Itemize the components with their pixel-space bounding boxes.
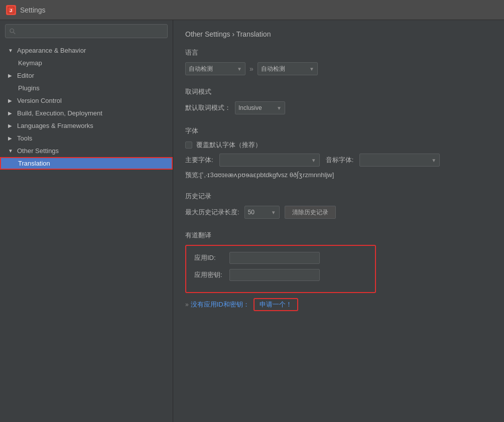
language-from-value: 自动检测 [189, 65, 235, 73]
youdao-label: 有道翻译 [185, 231, 492, 240]
arrow-build [8, 110, 14, 116]
content-area: Other Settings › Translation 语言 自动检测 ▼ »… [173, 20, 504, 422]
main-layout: Appearance & Behavior Keymap Editor Plug… [0, 20, 504, 422]
nav-tree: Appearance & Behavior Keymap Editor Plug… [0, 42, 173, 422]
apply-row: » 没有应用ID和密钥： 申请一个！ [185, 298, 492, 311]
word-mode-row: 默认取词模式： Inclusive ▼ [185, 101, 492, 114]
app-key-row: 应用密钥: [194, 269, 367, 281]
word-mode-value: Inclusive [238, 104, 275, 111]
history-section: 历史记录 最大历史记录长度: 50 ▼ 清除历史记录 [185, 192, 492, 219]
svg-line-4 [14, 32, 16, 34]
history-max-arrow: ▼ [271, 210, 276, 215]
window-title: Settings [20, 6, 46, 14]
apply-button[interactable]: 申请一个！ [254, 298, 298, 311]
history-max-value: 50 [248, 209, 267, 216]
sidebar-item-languages[interactable]: Languages & Frameworks [0, 119, 173, 132]
app-id-row: 应用ID: [194, 252, 367, 264]
breadcrumb: Other Settings › Translation [185, 30, 492, 38]
history-max-select[interactable]: 50 ▼ [244, 206, 280, 219]
override-font-checkbox[interactable] [185, 142, 192, 149]
sidebar-item-label-tools: Tools [17, 134, 32, 142]
override-font-row: 覆盖默认字体（推荐） [185, 140, 492, 150]
phonetic-font-arrow: ▼ [431, 158, 436, 163]
search-box[interactable] [5, 24, 168, 38]
history-label: 历史记录 [185, 192, 492, 201]
language-section: 语言 自动检测 ▼ » 自动检测 ▼ [185, 48, 492, 75]
no-credentials-text: 没有应用ID和密钥： [191, 300, 249, 309]
svg-point-3 [10, 29, 14, 33]
sidebar-item-build[interactable]: Build, Execution, Deployment [0, 107, 173, 119]
clear-history-button[interactable]: 清除历史记录 [285, 206, 336, 219]
sidebar-item-label-plugins: Plugins [18, 84, 40, 92]
language-to-select[interactable]: 自动检测 ▼ [258, 62, 318, 75]
font-preview: 预览:[ˈ,·ɪ3ɑʊɪeæʌpʊɘaɛpbtdkgfvsz θðʃʒrzmnn… [185, 171, 492, 180]
word-mode-section: 取词模式 默认取词模式： Inclusive ▼ [185, 87, 492, 114]
app-key-label: 应用密钥: [194, 270, 224, 279]
arrow-tools [8, 135, 14, 141]
sidebar-item-keymap[interactable]: Keymap [0, 57, 173, 69]
sidebar-item-label-build: Build, Execution, Deployment [17, 109, 102, 117]
primary-font-select[interactable]: ▼ [219, 154, 320, 167]
youdao-credentials-box: 应用ID: 应用密钥: [185, 245, 376, 293]
app-key-input[interactable] [229, 269, 320, 281]
word-mode-select[interactable]: Inclusive ▼ [235, 101, 285, 114]
sidebar-item-appearance[interactable]: Appearance & Behavior [0, 44, 173, 57]
svg-text:J: J [10, 8, 12, 13]
search-icon [10, 28, 16, 35]
sidebar-item-label-editor: Editor [17, 72, 34, 79]
sidebar-item-label-translation: Translation [18, 160, 50, 167]
search-input[interactable] [19, 28, 163, 35]
language-row: 自动检测 ▼ » 自动检测 ▼ [185, 62, 492, 75]
youdao-section: 有道翻译 应用ID: 应用密钥: » 没有应用ID和密钥： 申请一个！ [185, 231, 492, 311]
app-id-input[interactable] [229, 252, 320, 264]
primary-font-row: 主要字体: ▼ 音标字体: ▼ [185, 154, 492, 167]
language-to-arrow: ▼ [309, 66, 314, 72]
word-mode-label: 取词模式 [185, 87, 492, 96]
language-from-arrow: ▼ [237, 66, 242, 72]
sidebar-item-label-keymap: Keymap [18, 59, 42, 67]
sidebar-item-translation[interactable]: Translation [0, 157, 173, 170]
sidebar-item-editor[interactable]: Editor [0, 69, 173, 82]
font-label: 字体 [185, 126, 492, 135]
arrow-version-control [8, 98, 14, 103]
sidebar-item-label-version-control: Version Control [17, 97, 62, 104]
word-mode-arrow: ▼ [277, 105, 282, 111]
phonetic-font-select[interactable]: ▼ [359, 154, 440, 167]
phonetic-font-label: 音标字体: [326, 156, 354, 165]
arrow-appearance [8, 48, 14, 53]
primary-font-label: 主要字体: [185, 156, 213, 165]
arrow-languages [8, 123, 14, 128]
history-max-label: 最大历史记录长度: [185, 208, 239, 217]
language-label: 语言 [185, 48, 492, 57]
sidebar-item-label-other-settings: Other Settings [17, 147, 59, 155]
app-icon: J [6, 5, 16, 15]
apply-separator: » [185, 301, 189, 308]
sidebar: Appearance & Behavior Keymap Editor Plug… [0, 20, 173, 422]
sidebar-item-other-settings[interactable]: Other Settings [0, 145, 173, 157]
sidebar-item-label-languages: Languages & Frameworks [17, 122, 93, 129]
override-font-label: 覆盖默认字体（推荐） [196, 140, 262, 150]
history-row: 最大历史记录长度: 50 ▼ 清除历史记录 [185, 206, 492, 219]
app-id-label: 应用ID: [194, 253, 224, 262]
sidebar-item-version-control[interactable]: Version Control [0, 94, 173, 107]
sidebar-item-tools[interactable]: Tools [0, 132, 173, 145]
word-mode-inline-label: 默认取词模式： [185, 103, 231, 112]
title-bar: J Settings [0, 0, 504, 20]
arrow-other-settings [8, 148, 14, 154]
language-from-select[interactable]: 自动检测 ▼ [185, 62, 245, 75]
primary-font-arrow: ▼ [311, 158, 316, 163]
language-to-value: 自动检测 [261, 65, 307, 73]
arrow-editor [8, 73, 14, 78]
sidebar-item-label-appearance: Appearance & Behavior [17, 47, 86, 54]
sidebar-item-plugins[interactable]: Plugins [0, 82, 173, 94]
font-section: 字体 覆盖默认字体（推荐） 主要字体: ▼ 音标字体: ▼ 预览:[ˈ,·ɪ3ɑ… [185, 126, 492, 180]
language-arrow-icon: » [249, 65, 254, 73]
